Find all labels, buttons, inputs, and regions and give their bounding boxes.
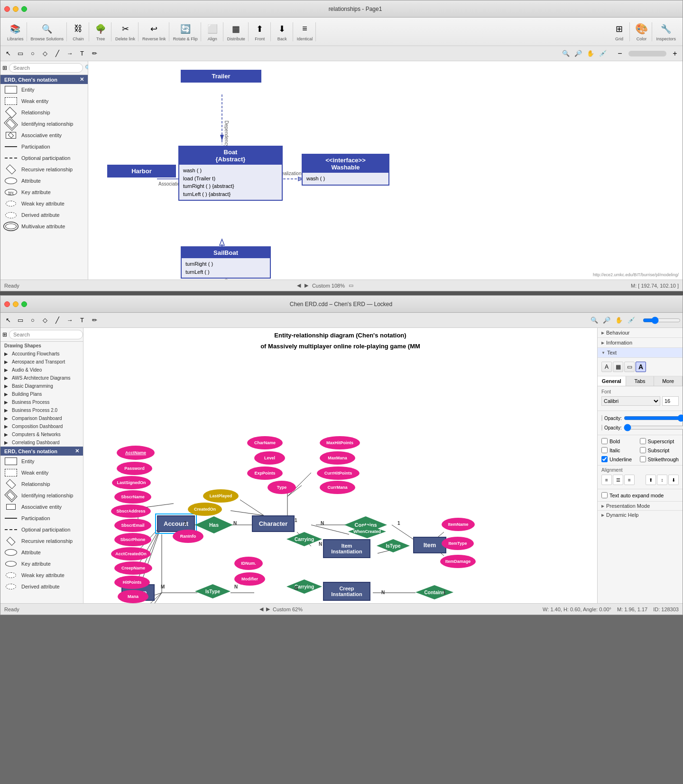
b-recursive-rel[interactable]: Recursive relationship [0,535,83,547]
sidebar-item-recursive-relationship[interactable]: Recursive relationship [0,164,88,175]
b-comparison[interactable]: ▶Comparison Dashboard [0,414,83,422]
line-tool[interactable]: ╱ [52,48,63,59]
zoom-in-tool[interactable]: 🔍 [560,48,572,59]
sailboat-class[interactable]: SailBoat turnRight ( ) turnLeft ( ) [181,246,271,279]
b-eyedropper[interactable]: 💉 [626,315,637,326]
istype1-relationship[interactable]: IsType [377,539,410,552]
b-hand[interactable]: ✋ [613,315,625,326]
b-key-attribute[interactable]: Key attribute [0,558,83,569]
tab-general[interactable]: General [598,376,626,386]
b-business-process[interactable]: ▶Business Process [0,398,83,406]
presentation-header[interactable]: ▶ Presentation Mode [601,503,679,509]
b-weak-entity[interactable]: Weak entity [0,467,83,478]
exppoints-attribute[interactable]: ExpPoints [247,467,283,480]
bottom-minimize-button[interactable] [13,301,18,307]
itemdamage-attribute[interactable]: ItemDamage [440,555,476,568]
strikethrough-checkbox[interactable] [640,456,646,462]
bold-checkbox[interactable] [601,438,608,444]
border-color-btn[interactable]: ▭ [624,362,635,372]
superscript-checkbox[interactable] [640,438,646,444]
bottom-close-button[interactable] [4,301,10,307]
tree-icon[interactable]: 🌳 [93,22,108,36]
b-entity[interactable]: Entity [0,456,83,467]
password-attribute[interactable]: Password [117,462,152,475]
b-erd-category-header[interactable]: ERD, Chen's notation ✕ [0,447,83,456]
hitpoints-attribute[interactable]: HitPoints [114,576,150,589]
b-search-input[interactable] [9,330,83,339]
font-name-select[interactable]: Calibri [601,396,660,406]
raninfo-attribute[interactable]: RanInfo [173,530,203,543]
libraries-icon[interactable]: 📚 [8,22,23,36]
b-scroll-left-icon[interactable]: ◀ [259,606,263,612]
b-identifying-rel[interactable]: Identifying relationship [0,490,83,501]
tab-tabs[interactable]: Tabs [626,376,655,386]
b-pen-tool[interactable]: ✏ [89,315,100,326]
italic-checkbox[interactable] [601,447,608,453]
category-close-icon[interactable]: ✕ [80,76,84,83]
item-entity[interactable]: Item [413,537,446,553]
hand-tool[interactable]: ✋ [585,48,596,59]
zoom-slider[interactable]: ▭ [349,282,353,289]
search-input[interactable] [9,63,83,73]
align-top-btn[interactable]: ⬆ [646,475,656,485]
b-category-close-icon[interactable]: ✕ [75,448,79,454]
istype2-relationship[interactable]: IsType [195,584,231,598]
distribute-icon[interactable]: ▦ [229,22,244,36]
font-size-input[interactable] [662,396,679,406]
b-circle-tool[interactable]: ○ [27,315,38,326]
sidebar-item-optional-participation[interactable]: Optional participation [0,152,88,164]
lastsignedon-attribute[interactable]: LastSignedOn [112,476,151,489]
mana-attribute[interactable]: Mana [118,590,148,603]
back-icon[interactable]: ⬇ [275,22,290,36]
information-header[interactable]: ▶ Information [601,340,679,345]
currhitpoints-attribute[interactable]: CurrHitPoints [317,467,360,480]
b-rect-tool[interactable]: ▭ [15,315,26,326]
sbscremail-attribute[interactable]: SbscrEmail [114,519,151,532]
b-sidebar-grid-icon[interactable]: ⊞ [2,330,7,339]
reverse-link-icon[interactable]: ↩ [147,22,162,36]
color-icon[interactable]: 🎨 [634,22,649,36]
b-relationship[interactable]: Relationship [0,478,83,490]
sidebar-item-weak-entity[interactable]: Weak entity [0,95,88,107]
charname-attribute[interactable]: CharName [247,436,283,449]
b-arrow-tool[interactable]: → [64,315,75,326]
zoom-plus-icon[interactable]: + [669,48,681,59]
inspectors-icon[interactable]: 🔧 [658,22,674,36]
sidebar-item-weak-key-attribute[interactable]: Weak key attribute [0,198,88,209]
creepname-attribute[interactable]: CreepName [114,561,152,575]
sidebar-item-entity[interactable]: Entity [0,84,88,95]
b-participation[interactable]: Participation [0,513,83,524]
zoom-minus-icon[interactable]: − [614,48,626,59]
acctname-attribute[interactable]: AcctName [117,446,155,460]
select-tool[interactable]: ↖ [2,48,14,59]
text-header[interactable]: ▼ Text [601,350,679,355]
idnum1-attribute[interactable]: IDNum. [234,557,263,570]
opacity-slider-1[interactable] [624,415,683,421]
harbor-class[interactable]: Harbor [107,165,176,177]
b-assoc-entity[interactable]: Associative entity [0,501,83,513]
b-aws[interactable]: ▶AWS Architecture Diagrams [0,374,83,382]
rotate-icon[interactable]: 🔄 [178,22,193,36]
trailer-class[interactable]: Trailer [181,70,261,83]
b-accounting-flowcharts[interactable]: ▶Accounting Flowcharts [0,350,83,358]
sidebar-grid-icon[interactable]: ⊞ [2,63,7,73]
category-header[interactable]: ERD, Chen's notation ✕ [0,75,88,84]
sidebar-item-relationship[interactable]: Relationship [0,107,88,118]
maximize-button[interactable] [21,6,27,12]
itemtype-attribute[interactable]: ItemType [442,537,474,550]
align-bottom-btn[interactable]: ⬇ [668,475,679,485]
identical-icon[interactable]: ≡ [297,22,312,36]
itemname-attribute[interactable]: ItemName [442,518,475,531]
sidebar-item-key-attribute[interactable]: key Key attribute [0,187,88,198]
washable-class[interactable]: <<interface>>Washable wash ( ) [302,154,389,186]
item-instantiation-entity[interactable]: ItemInstantiation [323,539,370,558]
b-weak-key-attribute[interactable]: Weak key attribute [0,569,83,581]
has-relationship[interactable]: Has [195,516,233,533]
b-basic-diagramming[interactable]: ▶Basic Diagramming [0,382,83,390]
acctcreatedon-attribute[interactable]: AcctCreatedOn [111,547,151,560]
character-entity[interactable]: Character [252,515,295,532]
b-optional-participation[interactable]: Optional participation [0,524,83,535]
circle-tool[interactable]: ○ [27,48,38,59]
maxhitpoints-attribute[interactable]: MaxHitPoints [320,436,360,449]
b-aerospace[interactable]: ▶Aerospace and Transport [0,358,83,366]
